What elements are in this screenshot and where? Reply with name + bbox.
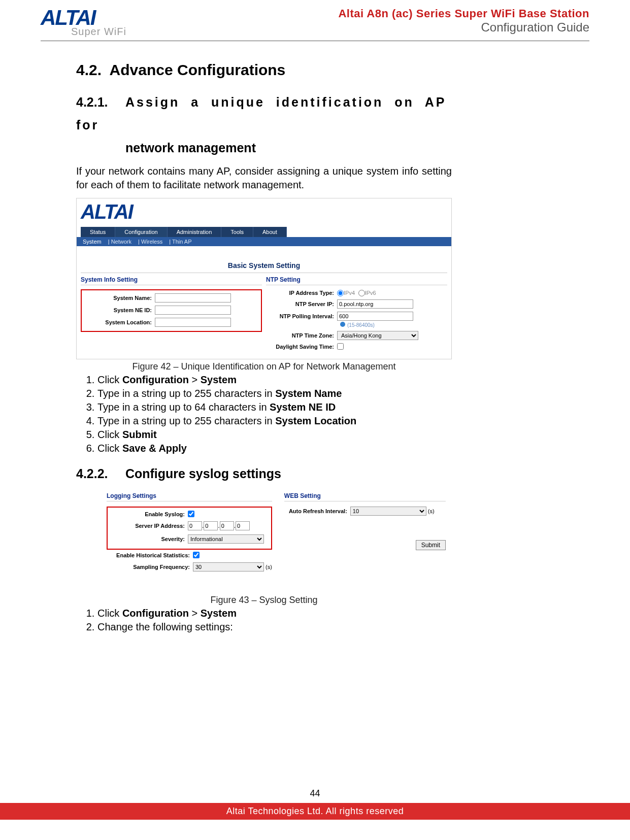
submit-button[interactable]: Submit	[416, 540, 446, 550]
heading-4-2: 4.2. Advance Configurations	[76, 61, 452, 79]
col2-left: Logging Settings Enable Syslog: Server I…	[107, 492, 272, 576]
basic-system-setting-title: Basic System Setting	[77, 261, 451, 270]
logo-text: ALTAI	[41, 7, 126, 28]
figure-42-caption: Figure 42 – Unique Identification on AP …	[76, 361, 452, 372]
steps-4-2-1: Click Configuration > System Type in a s…	[97, 373, 452, 455]
heading-4-2-1: 4.2.1. Assign a unique identification on…	[76, 91, 452, 159]
label-historical-stats: Enable Historical Statistics:	[107, 552, 193, 558]
tab-tools[interactable]: Tools	[221, 227, 253, 237]
radio-ipv6-label: IPv6	[365, 290, 376, 296]
heading-4-2-2-num: 4.2.2.	[76, 462, 122, 485]
webui-subtabs: System | Network | Wireless | Thin AP	[77, 237, 451, 246]
field-server-ip: Server IP Address: . . .	[112, 521, 267, 530]
field-system-location: System Location:	[84, 318, 259, 327]
figure-43-screenshot: Logging Settings Enable Syslog: Server I…	[76, 490, 452, 580]
input-ntp-poll[interactable]	[337, 312, 413, 321]
subtab-thinap[interactable]: Thin AP	[172, 239, 192, 245]
redbox-logging: Enable Syslog: Server IP Address: . . . …	[107, 507, 272, 550]
field-severity: Severity: Informational	[112, 534, 267, 544]
webui-tabs: Status Configuration Administration Tool…	[77, 227, 451, 237]
col2-right: WEB Setting Auto Refresh Interval: 10 (s…	[284, 492, 446, 576]
label-ntp-server: NTP Server IP:	[266, 301, 337, 307]
label-system-location: System Location:	[84, 319, 155, 325]
doc-subtitle: Configuration Guide	[338, 20, 589, 35]
step2b: Change the following settings:	[97, 620, 452, 634]
step6: Click Save & Apply	[97, 442, 452, 455]
web-setting-head: WEB Setting	[284, 492, 446, 501]
label-server-ip: Server IP Address:	[112, 523, 188, 529]
heading-4-2-1-title-line1: Assign a unique identification on AP for	[76, 95, 452, 132]
logo-block: ALTAI Super WiFi	[41, 7, 126, 37]
redbox-system-info: System Name: System NE ID: System Locati…	[81, 289, 262, 332]
field-ntp-tz: NTP Time Zone: Asia/Hong Kong	[266, 331, 447, 340]
cols2: Logging Settings Enable Syslog: Server I…	[107, 492, 446, 576]
heading-4-2-1-title-line2: network management	[125, 141, 256, 155]
label-dst: Daylight Saving Time:	[266, 344, 337, 350]
label-enable-syslog: Enable Syslog:	[112, 511, 188, 517]
input-system-ne-id[interactable]	[155, 306, 231, 315]
ip-octet-3[interactable]	[220, 521, 234, 530]
step4: Type in a string up to 255 characters in…	[97, 414, 452, 428]
label-sampling-freq: Sampling Frequency:	[107, 564, 193, 570]
tab-about[interactable]: About	[253, 227, 287, 237]
subtab-network[interactable]: Network	[111, 239, 131, 245]
label-system-ne-id: System NE ID:	[84, 307, 155, 313]
checkbox-dst[interactable]	[337, 343, 344, 350]
radio-ipv4[interactable]	[337, 290, 344, 296]
ip-octet-1[interactable]	[188, 521, 202, 530]
select-auto-refresh[interactable]: 10	[350, 507, 426, 516]
hint-text: (15-86400s)	[347, 322, 375, 328]
step5: Click Submit	[97, 428, 452, 442]
system-info-setting-head: System Info Setting	[81, 276, 262, 285]
col-left: System Info Setting System Name: System …	[81, 276, 262, 353]
cols: System Info Setting System Name: System …	[77, 276, 451, 359]
ip-octet-4[interactable]	[236, 521, 250, 530]
field-system-ne-id: System NE ID:	[84, 306, 259, 315]
doc-header: ALTAI Super WiFi Altai A8n (ac) Series S…	[41, 0, 589, 41]
para-4-2-1: If your network contains many AP, consid…	[76, 164, 452, 192]
tab-administration[interactable]: Administration	[168, 227, 222, 237]
heading-4-2-2-title: Configure syslog settings	[125, 466, 281, 481]
subtab-wireless[interactable]: Wireless	[141, 239, 162, 245]
label-severity: Severity:	[112, 536, 188, 542]
checkbox-enable-syslog[interactable]	[188, 511, 194, 517]
input-ntp-server[interactable]	[337, 299, 413, 309]
step1b: Click Configuration > System	[97, 607, 452, 620]
logo-subtext: Super WiFi	[71, 26, 126, 37]
info-icon	[340, 322, 345, 327]
heading-4-2-title: Advance Configurations	[110, 61, 286, 78]
doc-title-block: Altai A8n (ac) Series Super WiFi Base St…	[338, 7, 589, 35]
checkbox-historical-stats[interactable]	[193, 552, 200, 558]
steps-4-2-2: Click Configuration > System Change the …	[97, 607, 452, 634]
logging-settings-head: Logging Settings	[107, 492, 272, 501]
label-ntp-tz: NTP Time Zone:	[266, 332, 337, 339]
input-system-location[interactable]	[155, 318, 231, 327]
col-right: NTP Setting IP Address Type: IPv4 IPv6 N…	[266, 276, 447, 353]
field-ntp-server: NTP Server IP:	[266, 299, 447, 309]
tab-status[interactable]: Status	[81, 227, 115, 237]
page-number: 44	[0, 788, 630, 799]
field-ip-type: IP Address Type: IPv4 IPv6	[266, 289, 447, 296]
field-historical-stats: Enable Historical Statistics:	[107, 552, 272, 558]
radio-ipv6[interactable]	[358, 290, 365, 296]
webui-banner: ALTAI	[77, 198, 451, 227]
tab-configuration[interactable]: Configuration	[115, 227, 167, 237]
subtab-system[interactable]: System	[83, 239, 102, 245]
label-ip-type: IP Address Type:	[266, 290, 337, 296]
label-auto-refresh: Auto Refresh Interval:	[284, 508, 350, 514]
label-system-name: System Name:	[84, 295, 155, 301]
ip-octet-2[interactable]	[204, 521, 218, 530]
field-dst: Daylight Saving Time:	[266, 343, 447, 350]
ntp-setting-head: NTP Setting	[266, 276, 447, 285]
input-system-name[interactable]	[155, 293, 231, 303]
select-severity[interactable]: Informational	[188, 534, 264, 544]
radio-ipv4-label: IPv4	[344, 290, 355, 296]
heading-4-2-1-num: 4.2.1.	[76, 91, 122, 114]
unit-s-auto: (s)	[428, 508, 435, 514]
select-sampling-freq[interactable]: 30	[193, 562, 264, 572]
field-ntp-poll: NTP Polling Interval:	[266, 312, 447, 321]
select-ntp-tz[interactable]: Asia/Hong Kong	[337, 331, 418, 340]
doc-title: Altai A8n (ac) Series Super WiFi Base St…	[338, 7, 589, 20]
hint-ntp-poll: (15-86400s)	[340, 322, 447, 328]
field-sampling-freq: Sampling Frequency: 30 (s)	[107, 562, 272, 572]
